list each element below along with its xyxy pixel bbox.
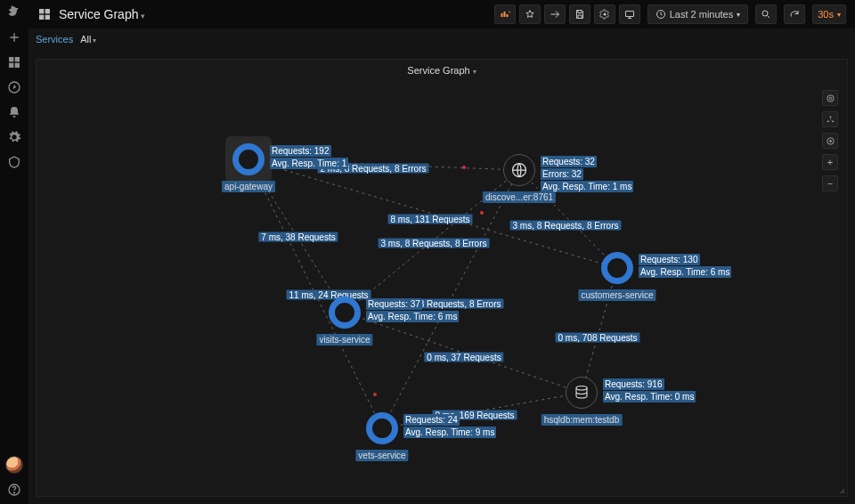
star-button[interactable]: [519, 4, 541, 24]
edge-label: 8 ms, 131 Requests: [388, 215, 473, 224]
panel-title-text: Service Graph: [407, 65, 469, 76]
graph-controls: + −: [822, 90, 838, 191]
variable-label: Services: [36, 34, 73, 45]
server-admin-icon[interactable]: [7, 155, 21, 169]
toolbar: +: [494, 4, 640, 24]
settings-button[interactable]: [594, 4, 615, 24]
svg-point-33: [576, 386, 587, 391]
dashboard-icon: [37, 7, 52, 21]
node-stats: Requests: 192 Avg. Resp. Time: 1: [270, 145, 348, 170]
edge-label: 0 ms, 708 Requests: [556, 333, 640, 343]
node-label: hsqldb:mem:testdb: [542, 414, 623, 426]
node-customers-service[interactable]: customers-service Requests: 130 Avg. Res…: [601, 252, 633, 284]
node-ring-icon: [329, 297, 361, 329]
node-vets-service[interactable]: vets-service Requests: 24 Avg. Resp. Tim…: [366, 412, 398, 444]
panel-title[interactable]: Service Graph▾: [37, 65, 847, 76]
database-icon: [566, 377, 598, 409]
chevron-down-icon: ▾: [737, 11, 740, 19]
service-graph-panel: Service Graph▾ 2 ms, 8 Requ: [36, 59, 848, 497]
node-label: api-gateway: [222, 181, 275, 192]
svg-text:+: +: [509, 9, 510, 14]
chevron-down-icon: ▾: [141, 12, 145, 20]
edge-label: 3 ms, 8 Requests, 8 Errors: [379, 239, 490, 248]
svg-line-26: [582, 268, 617, 393]
svg-rect-2: [9, 63, 13, 68]
variable-value-dropdown[interactable]: All▾: [80, 34, 96, 45]
svg-point-29: [462, 166, 466, 169]
side-nav: [0, 0, 28, 504]
add-panel-button[interactable]: +: [494, 4, 516, 24]
user-avatar[interactable]: [5, 456, 23, 474]
template-variable-bar: Services All▾: [36, 34, 96, 45]
svg-rect-9: [39, 15, 44, 20]
edge-label: 7 ms, 38 Requests: [258, 232, 338, 242]
refresh-button[interactable]: [784, 4, 805, 24]
chevron-down-icon: ▾: [93, 37, 96, 45]
svg-rect-13: [506, 14, 508, 17]
variable-value: All: [80, 34, 91, 45]
svg-point-18: [762, 11, 768, 16]
svg-point-15: [603, 13, 606, 16]
panel-resize-handle[interactable]: [837, 486, 844, 493]
cycle-view-button[interactable]: [619, 4, 640, 24]
node-visits-service[interactable]: visits-service Requests: 37 Avg. Resp. T…: [329, 297, 361, 329]
fit-view-button[interactable]: [822, 90, 838, 106]
node-stats: Requests: 130 Avg. Resp. Time: 6 ms: [639, 254, 731, 279]
refresh-interval-picker[interactable]: 30s ▾: [812, 4, 846, 24]
dashboard-title-text: Service Graph: [59, 7, 138, 21]
share-button[interactable]: [544, 4, 566, 24]
help-icon[interactable]: [7, 483, 21, 497]
create-icon[interactable]: [7, 30, 21, 45]
svg-point-35: [826, 94, 833, 101]
save-button[interactable]: [569, 4, 590, 24]
zoom-in-button[interactable]: +: [822, 154, 838, 170]
svg-rect-3: [15, 63, 20, 68]
node-stats: Requests: 37 Avg. Resp. Time: 6 ms: [366, 298, 459, 323]
svg-rect-10: [45, 15, 50, 20]
svg-rect-12: [503, 12, 505, 17]
node-ring-icon: [232, 143, 265, 175]
node-database[interactable]: hsqldb:mem:testdb Requests: 916 Avg. Res…: [566, 377, 598, 409]
svg-point-40: [829, 140, 831, 142]
refresh-interval-text: 30s: [818, 9, 834, 20]
svg-point-34: [829, 97, 832, 100]
node-label: visits-service: [316, 334, 372, 345]
configuration-icon[interactable]: [7, 130, 21, 144]
node-ring-icon: [601, 252, 633, 284]
zoom-out-button[interactable]: −: [822, 175, 838, 191]
alerting-icon[interactable]: [7, 105, 21, 119]
node-http-external[interactable]: discove...er:8761 Requests: 32 Errors: 3…: [503, 154, 535, 186]
svg-point-6: [13, 492, 14, 493]
layout-button[interactable]: [822, 111, 838, 127]
svg-rect-8: [45, 9, 50, 13]
dashboard-title[interactable]: Service Graph▾: [59, 7, 145, 21]
reset-button[interactable]: [822, 133, 838, 149]
chevron-down-icon: ▾: [837, 11, 841, 19]
graph-canvas[interactable]: 2 ms, 8 Requests, 8 Errors 8 ms, 131 Req…: [37, 81, 847, 496]
edge-label: 0 ms, 37 Requests: [424, 353, 503, 362]
top-bar: Service Graph▾ + Last 2 minutes ▾ 30s ▾: [28, 0, 855, 28]
svg-rect-11: [501, 13, 502, 17]
node-label: customers-service: [578, 289, 656, 301]
node-stats: Requests: 916 Avg. Resp. Time: 0 ms: [603, 378, 696, 403]
zoom-out-button[interactable]: [755, 4, 777, 24]
node-label: vets-service: [355, 450, 408, 461]
edge-label: 3 ms, 8 Requests, 8 Errors: [510, 221, 622, 231]
svg-point-30: [373, 393, 377, 396]
node-stats: Requests: 32 Errors: 32 Avg. Resp. Time:…: [541, 156, 633, 193]
svg-rect-7: [39, 9, 44, 13]
chevron-down-icon: ▾: [473, 68, 476, 76]
explore-icon[interactable]: [7, 80, 21, 94]
grafana-logo-icon[interactable]: [7, 5, 21, 20]
globe-icon: [503, 154, 535, 186]
node-stats: Requests: 24 Avg. Resp. Time: 9 ms: [403, 414, 496, 439]
time-range-picker[interactable]: Last 2 minutes ▾: [647, 4, 749, 24]
dashboards-icon[interactable]: [7, 55, 21, 69]
svg-point-36: [829, 116, 831, 118]
svg-rect-0: [9, 57, 13, 61]
node-ring-icon: [366, 412, 398, 444]
dashboard-stage: Services All▾ Service Graph▾: [28, 28, 855, 504]
svg-rect-16: [625, 12, 633, 17]
node-api-gateway[interactable]: api-gateway Requests: 192 Avg. Resp. Tim…: [232, 143, 265, 175]
svg-point-31: [480, 211, 484, 215]
